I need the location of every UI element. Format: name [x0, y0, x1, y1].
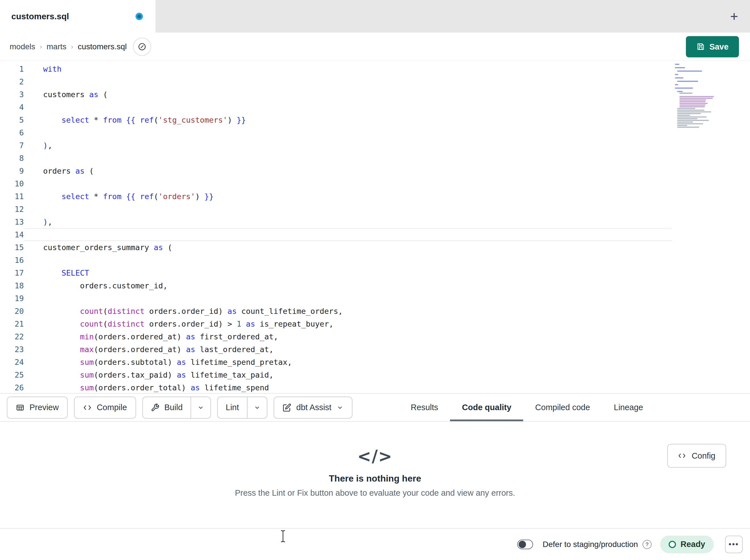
preview-button[interactable]: Preview — [7, 397, 68, 419]
line-number: 18 — [0, 279, 24, 292]
code-text: max(orders.ordered_at) as last_ordered_a… — [24, 343, 750, 356]
more-options-button[interactable]: ••• — [725, 536, 743, 553]
code-line[interactable]: 15customer_orders_summary as ( — [0, 241, 750, 254]
code-editor[interactable]: 1with23customers as (45 select * from {{… — [0, 61, 750, 393]
line-number: 19 — [0, 292, 24, 305]
code-line[interactable]: 19 — [0, 292, 750, 305]
code-brackets-icon — [83, 403, 92, 412]
code-line[interactable]: 5 select * from {{ ref('stg_customers') … — [0, 113, 750, 126]
lint-dropdown-button[interactable] — [247, 397, 267, 418]
code-line[interactable]: 23 max(orders.ordered_at) as last_ordere… — [0, 343, 750, 356]
text-cursor-pointer — [279, 530, 287, 544]
panel-tabs: Results Code quality Compiled code Linea… — [399, 394, 655, 421]
preview-label: Preview — [29, 403, 59, 412]
tab-code-quality[interactable]: Code quality — [450, 394, 523, 421]
code-line[interactable]: 11 select * from {{ ref('orders') }} — [0, 190, 750, 203]
line-number: 25 — [0, 369, 24, 381]
line-number: 21 — [0, 317, 24, 330]
code-line[interactable]: 8 — [0, 152, 750, 165]
line-number: 24 — [0, 356, 24, 369]
tab-label: customers.sql — [11, 12, 69, 21]
table-grid-icon — [16, 403, 24, 412]
build-label: Build — [164, 403, 183, 412]
new-tab-button[interactable]: + — [730, 9, 738, 23]
line-number: 4 — [0, 101, 24, 113]
code-line[interactable]: 20 count(distinct orders.order_id) as co… — [0, 305, 750, 317]
code-line[interactable]: 3customers as ( — [0, 88, 750, 101]
code-text — [24, 203, 750, 215]
build-button[interactable]: Build — [143, 397, 191, 418]
code-line[interactable]: 13), — [0, 215, 750, 228]
code-text: orders as ( — [24, 165, 750, 177]
line-number: 10 — [0, 177, 24, 190]
status-badge-ready[interactable]: Ready — [660, 536, 714, 553]
code-text: count(distinct orders.order_id) as count… — [24, 305, 750, 317]
breadcrumb-separator: › — [71, 43, 73, 51]
code-line[interactable]: 25 sum(orders.tax_paid) as lifetime_tax_… — [0, 369, 750, 381]
code-line[interactable]: 26 sum(orders.order_total) as lifetime_s… — [0, 381, 750, 393]
code-line[interactable]: 1with — [0, 63, 750, 75]
code-line[interactable]: 4 — [0, 101, 750, 113]
breadcrumb: models › marts › customers.sql Save — [0, 33, 750, 61]
code-line[interactable]: 12 — [0, 203, 750, 215]
unsaved-indicator-dot — [136, 13, 143, 20]
line-number: 1 — [0, 63, 24, 75]
breadcrumb-models[interactable]: models — [9, 42, 35, 51]
code-text — [24, 152, 750, 165]
wrench-icon — [151, 403, 159, 412]
save-button[interactable]: Save — [686, 36, 739, 57]
line-number: 5 — [0, 113, 24, 126]
breadcrumb-separator: › — [40, 43, 42, 51]
code-line[interactable]: 7), — [0, 139, 750, 152]
code-line[interactable]: 17 SELECT — [0, 267, 750, 279]
config-button[interactable]: Config — [667, 444, 726, 468]
breadcrumb-file: customers.sql — [78, 42, 127, 51]
code-text: customer_orders_summary as ( — [24, 241, 750, 254]
code-line[interactable]: 10 — [0, 177, 750, 190]
tab-customers-sql[interactable]: customers.sql — [0, 0, 155, 33]
line-number: 13 — [0, 215, 24, 228]
code-line[interactable]: 22 min(orders.ordered_at) as first_order… — [0, 330, 750, 343]
defer-toggle[interactable] — [517, 540, 533, 549]
empty-state-title: There is nothing here — [0, 473, 750, 484]
line-number: 15 — [0, 241, 24, 254]
line-number: 16 — [0, 254, 24, 267]
code-text: min(orders.ordered_at) as first_ordered_… — [24, 330, 750, 343]
tab-results[interactable]: Results — [399, 394, 450, 421]
breadcrumb-marts[interactable]: marts — [46, 42, 66, 51]
code-text: select * from {{ ref('stg_customers') }} — [24, 113, 750, 126]
line-number: 7 — [0, 139, 24, 152]
dbt-assist-button[interactable]: dbt Assist — [274, 397, 353, 419]
tab-compiled-code[interactable]: Compiled code — [523, 394, 602, 421]
minimap[interactable] — [674, 61, 716, 131]
code-text: ), — [24, 139, 750, 152]
code-line[interactable]: 6 — [0, 126, 750, 139]
code-text — [24, 177, 750, 190]
code-line[interactable]: 21 count(distinct orders.order_id) > 1 a… — [0, 317, 750, 330]
code-text: sum(orders.tax_paid) as lifetime_tax_pai… — [24, 369, 750, 381]
file-action-button[interactable] — [133, 38, 151, 56]
editor-toolbar: Preview Compile Build Lint — [0, 393, 750, 422]
code-line[interactable]: 2 — [0, 75, 750, 88]
floppy-disk-icon — [696, 42, 705, 51]
lint-button[interactable]: Lint — [218, 397, 247, 418]
config-label: Config — [692, 451, 715, 461]
build-split-button: Build — [142, 397, 211, 419]
code-line[interactable]: 14 — [0, 228, 750, 241]
build-dropdown-button[interactable] — [191, 397, 211, 418]
line-number: 6 — [0, 126, 24, 139]
code-text — [24, 292, 750, 305]
code-line[interactable]: 24 sum(orders.subtotal) as lifetime_spen… — [0, 356, 750, 369]
code-brackets-icon — [678, 452, 686, 460]
lint-split-button: Lint — [217, 397, 268, 419]
line-number: 3 — [0, 88, 24, 101]
code-line[interactable]: 18 orders.customer_id, — [0, 279, 750, 292]
compile-button[interactable]: Compile — [74, 397, 136, 419]
status-bar: Defer to staging/production ? Ready ••• — [0, 528, 750, 560]
help-icon[interactable]: ? — [643, 540, 652, 549]
line-number: 14 — [0, 228, 24, 241]
code-line[interactable]: 16 — [0, 254, 750, 267]
tab-lineage[interactable]: Lineage — [602, 394, 655, 421]
code-line[interactable]: 9orders as ( — [0, 165, 750, 177]
code-slash-icon: </> — [0, 447, 750, 466]
